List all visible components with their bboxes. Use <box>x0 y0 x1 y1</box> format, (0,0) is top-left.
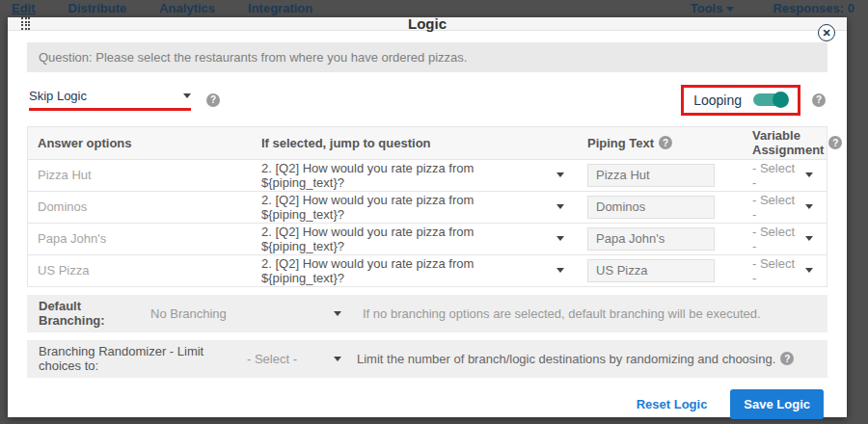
menu-item-analytics[interactable]: Analytics <box>159 1 215 16</box>
chevron-down-icon <box>556 204 564 209</box>
jump-question-value: 2. [Q2] How would you rate pizza from ${… <box>261 161 552 190</box>
variable-assignment-value: - Select - <box>752 161 800 190</box>
table-header-row: Answer options If selected, jump to ques… <box>28 127 827 160</box>
answer-option-label: Pizza Hut <box>28 168 252 182</box>
randomizer-note: Limit the number of branch/logic destina… <box>357 352 775 366</box>
help-icon[interactable]: ? <box>828 136 842 149</box>
header-jump-to-question: If selected, jump to question <box>252 136 578 150</box>
logic-type-row: Skip Logic ? Looping ? <box>29 86 826 115</box>
chevron-down-icon <box>183 93 191 98</box>
table-row: Dominos 2. [Q2] How would you rate pizza… <box>28 192 827 224</box>
header-piping-text: Piping Text? <box>578 136 739 150</box>
jump-question-value: 2. [Q2] How would you rate pizza from ${… <box>261 256 552 285</box>
variable-assignment-select[interactable]: - Select - <box>739 256 827 285</box>
logic-table: Answer options If selected, jump to ques… <box>27 126 827 287</box>
help-icon[interactable]: ? <box>812 93 826 107</box>
chevron-down-icon <box>726 7 734 12</box>
menu-item-edit[interactable]: Edit <box>12 1 36 16</box>
modal-title: Logic <box>8 15 847 32</box>
variable-assignment-select[interactable]: - Select - <box>739 225 827 253</box>
answer-option-label: Dominos <box>28 199 252 214</box>
variable-assignment-value: - Select - <box>752 225 800 253</box>
chevron-down-icon <box>805 172 813 177</box>
variable-assignment-value: - Select - <box>752 256 800 285</box>
modal-header: Logic ✕ <box>8 17 847 31</box>
answer-option-label: Papa John's <box>28 231 252 246</box>
logic-modal: Logic ✕ Question: Please select the rest… <box>8 17 847 417</box>
branching-randomizer-bar: Branching Randomizer - Limit choices to:… <box>27 340 827 378</box>
chevron-down-icon <box>556 236 564 241</box>
menu-item-distribute[interactable]: Distribute <box>68 1 127 16</box>
table-row: Pizza Hut 2. [Q2] How would you rate piz… <box>28 160 827 192</box>
responses-count[interactable]: Responses: 0 <box>773 1 854 16</box>
menu-item-integration[interactable]: Integration <box>248 1 312 16</box>
piping-text-input[interactable] <box>587 164 715 187</box>
red-underline-annotation <box>29 108 191 111</box>
modal-content: Question: Please select the restaurants … <box>8 31 847 419</box>
modal-footer: Reset Logic Save Logic <box>27 378 827 419</box>
logic-type-value: Skip Logic <box>29 89 87 103</box>
looping-annotation-box: Looping <box>681 85 800 116</box>
header-variable-assignment: Variable Assignment? <box>739 128 846 157</box>
answer-option-label: US Pizza <box>28 263 252 278</box>
variable-assignment-select[interactable]: - Select - <box>739 161 827 190</box>
reset-logic-button[interactable]: Reset Logic <box>637 397 708 411</box>
looping-label: Looping <box>693 93 742 108</box>
save-logic-button[interactable]: Save Logic <box>730 389 824 419</box>
piping-text-input[interactable] <box>587 196 715 219</box>
tools-label: Tools <box>691 1 723 15</box>
jump-question-select[interactable]: 2. [Q2] How would you rate pizza from ${… <box>252 193 578 222</box>
header-answer-options: Answer options <box>28 136 252 150</box>
chevron-down-icon <box>334 311 341 316</box>
main-menu: Edit Distribute Analytics Integration <box>12 1 312 16</box>
chevron-down-icon <box>556 268 564 273</box>
piping-text-input[interactable] <box>587 259 715 282</box>
jump-question-select[interactable]: 2. [Q2] How would you rate pizza from ${… <box>252 225 578 253</box>
help-icon[interactable]: ? <box>206 93 220 107</box>
chevron-down-icon <box>805 204 813 209</box>
logic-type-select[interactable]: Skip Logic <box>29 89 191 111</box>
variable-assignment-select[interactable]: - Select - <box>739 193 827 222</box>
chevron-down-icon <box>805 236 813 241</box>
chevron-down-icon <box>556 172 564 177</box>
jump-question-value: 2. [Q2] How would you rate pizza from ${… <box>261 225 552 253</box>
jump-question-select[interactable]: 2. [Q2] How would you rate pizza from ${… <box>252 256 578 285</box>
jump-question-value: 2. [Q2] How would you rate pizza from ${… <box>261 193 552 222</box>
close-icon[interactable]: ✕ <box>818 24 835 41</box>
toggle-knob <box>773 92 789 108</box>
header-piping-text-label: Piping Text <box>587 136 654 150</box>
chevron-down-icon <box>805 268 813 273</box>
piping-text-input[interactable] <box>587 227 715 251</box>
looping-toggle[interactable] <box>753 93 788 106</box>
help-icon[interactable]: ? <box>659 136 672 149</box>
default-branching-select[interactable]: No Branching <box>150 306 334 321</box>
question-label: Question: Please select the restaurants … <box>27 42 827 72</box>
help-icon[interactable]: ? <box>780 352 794 365</box>
header-variable-assignment-label: Variable Assignment <box>752 128 824 157</box>
default-branching-note: If no branching options are selected, de… <box>363 306 761 321</box>
default-branching-label: Default Branching: <box>39 299 135 328</box>
chevron-down-icon <box>334 357 341 361</box>
jump-question-select[interactable]: 2. [Q2] How would you rate pizza from ${… <box>252 161 578 190</box>
randomizer-select[interactable]: - Select - <box>247 352 334 366</box>
table-row: US Pizza 2. [Q2] How would you rate pizz… <box>28 255 827 287</box>
randomizer-label: Branching Randomizer - Limit choices to: <box>39 344 247 373</box>
variable-assignment-value: - Select - <box>752 193 800 222</box>
tools-dropdown[interactable]: Tools <box>691 1 735 16</box>
table-row: Papa John's 2. [Q2] How would you rate p… <box>28 224 827 255</box>
default-branching-bar: Default Branching: No Branching If no br… <box>27 295 827 332</box>
